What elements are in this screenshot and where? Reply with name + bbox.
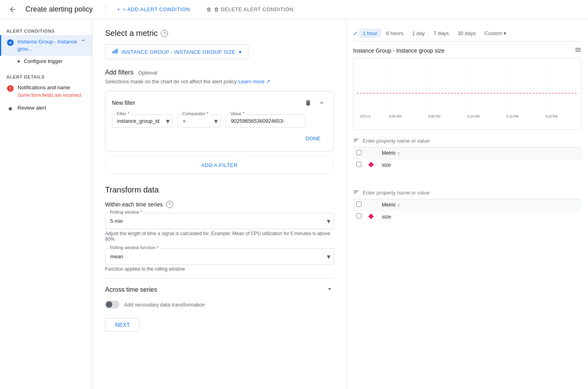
time-controls-bar: ✓ 1 hour 6 hours 1 day 7 days 30 days Cu… <box>353 26 582 41</box>
add-filters-heading: Add filters Optional <box>105 69 334 76</box>
circle-icon <box>6 105 14 113</box>
delete-condition-label: 🗑 DELETE ALERT CONDITION <box>214 6 293 12</box>
filter-card-actions <box>303 98 327 108</box>
table-header-icon-1 <box>366 147 379 159</box>
sort-up-icon-2: ↑ <box>397 202 400 208</box>
sidebar-item-content: Instance Group - Instance grou... <box>18 38 80 53</box>
chart-settings-icon[interactable] <box>574 46 582 55</box>
add-filters-text: Add filters <box>105 69 133 76</box>
time-controls-container: ✓ 1 hour 6 hours 1 day 7 days 30 days Cu… <box>353 26 582 41</box>
table-header-metric-2: Metric ↑ <box>379 199 582 211</box>
transform-heading: Transform data <box>105 185 334 194</box>
legend-table-2: Metric ↑ size <box>353 199 582 222</box>
select-metric-help-icon[interactable]: ? <box>161 30 168 37</box>
learn-more-link[interactable]: Learn more ↗ <box>238 79 270 84</box>
svg-text:5:00 PM: 5:00 PM <box>389 115 402 118</box>
svg-text:!: ! <box>10 86 11 91</box>
learn-more-text: Learn more <box>238 79 264 84</box>
svg-rect-6 <box>116 49 117 53</box>
add-condition-label: + ADD ALERT CONDITION <box>123 6 190 12</box>
filter-fields: Filter * instance_group_id ▾ Comparator … <box>112 114 327 128</box>
time-btn-1day[interactable]: 1 day <box>408 29 429 38</box>
sidebar-item-review-alert[interactable]: Review alert <box>0 101 92 116</box>
sidebar: ALERT CONDITIONS Instance Group - Instan… <box>0 19 92 389</box>
table-row-2-1: size <box>353 211 582 222</box>
metric-selector-button[interactable]: INSTANCE GROUP - INSTANCE GROUP SIZE ▾ <box>105 44 248 59</box>
content-area: Select a metric ? INSTANCE GROUP - INSTA… <box>92 19 347 389</box>
sidebar-item-notifications[interactable]: ! Notifications and name Some form field… <box>0 81 92 101</box>
rolling-window-function-hint: Function applied to the rolling window <box>105 266 334 272</box>
collapse-filter-button[interactable] <box>316 98 327 108</box>
delete-filter-button[interactable] <box>303 98 313 108</box>
value-input[interactable] <box>226 114 305 128</box>
check-mark-icon: ✓ <box>353 30 358 37</box>
sidebar-sub-item-configure-trigger[interactable]: Configure trigger <box>0 56 92 67</box>
table-select-all-checkbox-1[interactable] <box>356 150 361 155</box>
alert-details-label: ALERT DETAILS <box>0 71 92 81</box>
right-panel: ✓ 1 hour 6 hours 1 day 7 days 30 days Cu… <box>347 19 588 389</box>
svg-text:5:15 PM: 5:15 PM <box>506 115 519 118</box>
table-cell-checkbox-1-1 <box>353 159 366 171</box>
chart-area: UTC+2 5:00 PM 5:05 PM 5:10 PM 5:15 PM 5:… <box>353 58 582 130</box>
rolling-window-function-wrapper: Rolling window function * mean max min s… <box>105 248 334 265</box>
select-metric-heading: Select a metric ? <box>105 29 334 38</box>
error-circle-icon: ! <box>6 84 14 92</box>
table-cell-metric-2-1: size <box>379 211 582 222</box>
configure-trigger-label: Configure trigger <box>24 58 63 64</box>
chart-title: Instance Group - Instance group size <box>353 47 445 54</box>
rolling-window-function-select[interactable]: mean max min sum count <box>105 248 334 265</box>
secondary-transform-label: Add secondary data transformation <box>124 302 205 308</box>
table-header-checkbox-2 <box>353 199 366 211</box>
done-button[interactable]: DONE <box>299 132 327 145</box>
sub-dot-icon <box>18 60 20 63</box>
table-cell-metric-1-1: size <box>379 159 582 171</box>
time-btn-6hours[interactable]: 6 hours <box>382 29 407 38</box>
select-metric-text: Select a metric <box>105 29 158 38</box>
delete-alert-condition-button[interactable]: 🗑 🗑 DELETE ALERT CONDITION <box>201 4 299 15</box>
table-row-checkbox-1-1[interactable] <box>356 162 361 167</box>
time-btn-30days[interactable]: 30 days <box>453 29 480 38</box>
legend-filter-input-1[interactable] <box>363 138 582 144</box>
rolling-window-select[interactable]: 5 min 1 min 10 min 15 min <box>105 213 334 229</box>
legend-section-1: Metric ↑ size <box>353 135 582 171</box>
next-button[interactable]: NEXT <box>105 318 140 332</box>
svg-rect-7 <box>107 305 110 305</box>
svg-point-3 <box>9 107 12 110</box>
time-btn-1hour[interactable]: 1 hour <box>359 29 381 38</box>
chevron-up-icon: ⌃ <box>80 38 86 46</box>
check-circle-icon <box>6 39 14 47</box>
within-series-help-icon[interactable]: ? <box>166 201 173 208</box>
time-btn-custom[interactable]: Custom ▾ <box>481 29 510 38</box>
legend-filter-row-1 <box>353 135 582 147</box>
table-header-checkbox-1 <box>353 147 366 159</box>
filter-select[interactable]: instance_group_id <box>112 114 173 128</box>
across-label: Across time series <box>105 286 157 293</box>
within-series-heading: Within each time series <box>105 201 163 208</box>
add-alert-condition-button[interactable]: + + ADD ALERT CONDITION <box>112 4 195 15</box>
select-metric-section: Select a metric ? INSTANCE GROUP - INSTA… <box>105 29 334 59</box>
back-button[interactable] <box>6 3 19 16</box>
sidebar-item-instance-group[interactable]: Instance Group - Instance grou... ⌃ <box>0 35 92 56</box>
legend-table-1: Metric ↑ size <box>353 147 582 171</box>
table-row-checkbox-2-1[interactable] <box>356 213 361 218</box>
metric-dot-icon-1-1 <box>368 162 374 167</box>
rolling-window-wrapper: Rolling window * 5 min 1 min 10 min 15 m… <box>105 213 334 229</box>
metric-btn-arrow-icon: ▾ <box>239 49 242 55</box>
add-filter-button[interactable]: ADD A FILTER <box>105 156 334 174</box>
new-filter-title: New filter <box>112 100 135 106</box>
comparator-select[interactable]: = != starts_with <box>178 114 221 128</box>
table-cell-dot-1-1 <box>366 159 379 171</box>
legend-filter-input-2[interactable] <box>363 190 582 196</box>
filter-lines-icon-2 <box>353 189 359 196</box>
comparator-field-wrapper: Comparator * = != starts_with ▾ <box>178 114 221 128</box>
across-time-series-section[interactable]: Across time series <box>105 278 334 294</box>
svg-text:UTC+2: UTC+2 <box>360 115 371 118</box>
transform-data-section: Transform data Within each time series ?… <box>105 185 334 332</box>
time-btn-7days[interactable]: 7 days <box>430 29 453 38</box>
review-alert-title: Review alert <box>18 104 86 112</box>
table-select-all-checkbox-2[interactable] <box>356 202 361 207</box>
svg-text:5:05 PM: 5:05 PM <box>428 115 441 118</box>
svg-rect-5 <box>115 50 116 53</box>
notifications-item-error: Some form fields are incorrect <box>18 92 86 98</box>
secondary-transform-toggle[interactable] <box>105 301 119 308</box>
